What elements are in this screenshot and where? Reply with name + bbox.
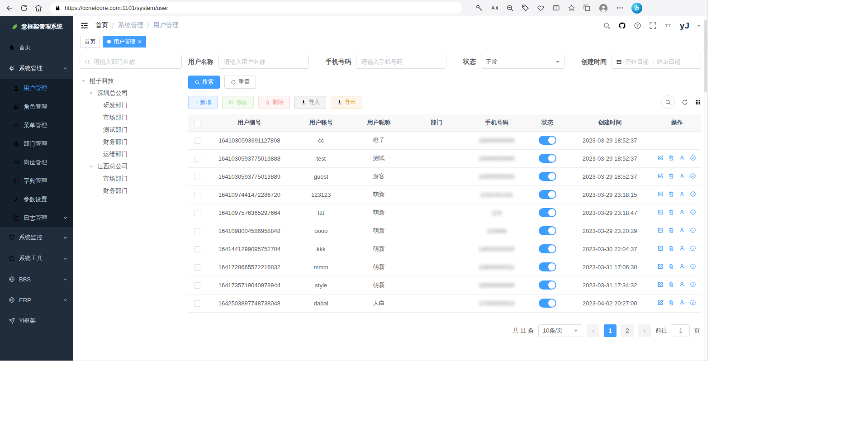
row-reset-password-icon[interactable] xyxy=(679,191,685,197)
row-reset-password-icon[interactable] xyxy=(679,209,685,215)
row-assign-role-icon[interactable] xyxy=(690,191,696,197)
page-button-2[interactable]: 2 xyxy=(621,324,634,337)
row-reset-password-icon[interactable] xyxy=(679,155,685,161)
row-checkbox[interactable] xyxy=(194,156,200,162)
row-edit-icon[interactable] xyxy=(657,191,664,197)
back-icon[interactable] xyxy=(5,4,14,12)
page-size-select[interactable]: 10条/页 xyxy=(538,324,582,337)
favorites-icon[interactable] xyxy=(568,4,575,12)
toggle-search-button[interactable] xyxy=(661,95,675,109)
prev-page-button[interactable]: ‹ xyxy=(587,324,599,337)
column-grid-icon[interactable] xyxy=(695,99,701,105)
fullscreen-icon[interactable] xyxy=(649,22,657,29)
row-assign-role-icon[interactable] xyxy=(690,173,696,179)
url-text[interactable]: https://ccnetcore.com:1101/system/user xyxy=(65,5,168,11)
row-delete-icon[interactable] xyxy=(668,245,674,252)
export-button[interactable]: 导出 xyxy=(331,96,362,109)
sidebar-item-user-management[interactable]: 用户管理 xyxy=(0,79,73,97)
github-icon[interactable] xyxy=(618,22,626,29)
page-button-1[interactable]: 1 xyxy=(604,324,617,337)
bing-icon[interactable]: b xyxy=(631,3,642,14)
sidebar-item-yi-framework[interactable]: Yi框架 xyxy=(0,310,73,331)
row-delete-icon[interactable] xyxy=(668,191,674,197)
sidebar-item-erp[interactable]: ERP xyxy=(0,290,73,310)
row-edit-icon[interactable] xyxy=(657,209,664,215)
sidebar-item-system-tools[interactable]: 系统工具 xyxy=(0,248,73,269)
sidebar-item-system-monitor[interactable]: 系统监控 xyxy=(0,227,73,248)
row-assign-role-icon[interactable] xyxy=(690,281,696,288)
caret-icon[interactable]: ▾ xyxy=(90,164,95,169)
address-bar[interactable]: https://ccnetcore.com:1101/system/user xyxy=(49,2,463,14)
row-delete-icon[interactable] xyxy=(668,209,674,215)
caret-icon[interactable]: ▾ xyxy=(90,90,95,95)
select-all-checkbox[interactable] xyxy=(194,120,200,126)
refresh-table-icon[interactable] xyxy=(682,99,688,105)
read-aloud-icon[interactable] xyxy=(491,4,498,12)
status-toggle[interactable] xyxy=(539,226,556,235)
tree-node[interactable]: 研发部门 xyxy=(80,99,182,111)
username-input[interactable] xyxy=(218,55,309,69)
tree-node[interactable]: ▾橙子科技 xyxy=(80,75,182,87)
status-toggle[interactable] xyxy=(539,262,556,271)
date-range-picker[interactable]: 开始日期 - 结束日期 xyxy=(612,55,701,69)
scrollbar-thumb[interactable] xyxy=(704,20,707,92)
row-reset-password-icon[interactable] xyxy=(679,281,685,288)
dept-search-input[interactable] xyxy=(94,58,177,65)
row-checkbox[interactable] xyxy=(194,300,200,307)
collections-icon[interactable] xyxy=(583,4,591,12)
sidebar-item-role-management[interactable]: 角色管理 xyxy=(0,97,73,116)
sidebar-item-home[interactable]: 首页 xyxy=(0,37,73,58)
row-reset-password-icon[interactable] xyxy=(679,173,685,179)
reload-icon[interactable] xyxy=(20,4,28,12)
row-edit-icon[interactable] xyxy=(657,299,664,306)
font-size-icon[interactable] xyxy=(664,22,672,29)
status-toggle[interactable] xyxy=(539,244,556,253)
zoom-out-icon[interactable] xyxy=(506,4,514,12)
date-start-placeholder[interactable]: 开始日期 xyxy=(625,58,649,66)
row-checkbox[interactable] xyxy=(194,192,200,198)
row-edit-icon[interactable] xyxy=(657,245,664,252)
sidebar-item-post-management[interactable]: 岗位管理 xyxy=(0,153,73,171)
edit-button[interactable]: 修改 xyxy=(222,96,254,109)
caret-down-icon[interactable] xyxy=(697,25,701,29)
row-delete-icon[interactable] xyxy=(668,155,674,161)
sidebar-item-bbs[interactable]: BBS xyxy=(0,269,73,290)
shopping-icon[interactable] xyxy=(522,4,529,12)
row-assign-role-icon[interactable] xyxy=(690,155,696,161)
browser-home-icon[interactable] xyxy=(34,4,43,12)
status-toggle[interactable] xyxy=(539,190,556,199)
add-button[interactable]: + 新增 xyxy=(188,96,218,109)
sidebar-item-menu-management[interactable]: 菜单管理 xyxy=(0,116,73,134)
breadcrumb-home[interactable]: 首页 xyxy=(95,21,108,29)
tree-node[interactable]: 测试部门 xyxy=(80,124,182,136)
sidebar-fold-icon[interactable] xyxy=(80,21,89,30)
sidebar-item-dept-management[interactable]: 部门管理 xyxy=(0,134,73,153)
row-delete-icon[interactable] xyxy=(668,263,674,270)
import-button[interactable]: 导入 xyxy=(294,96,326,109)
password-key-icon[interactable] xyxy=(475,4,483,12)
row-checkbox[interactable] xyxy=(194,264,200,271)
sidebar-item-dict-management[interactable]: 字典管理 xyxy=(0,171,73,190)
tree-node[interactable]: ▾深圳总公司 xyxy=(80,87,182,99)
row-reset-password-icon[interactable] xyxy=(679,263,685,270)
date-end-placeholder[interactable]: 结束日期 xyxy=(657,58,680,66)
row-assign-role-icon[interactable] xyxy=(690,209,696,215)
row-checkbox[interactable] xyxy=(194,138,200,144)
row-delete-icon[interactable] xyxy=(668,173,674,179)
tree-node[interactable]: 财务部门 xyxy=(80,136,182,148)
search-button[interactable]: 搜索 xyxy=(188,76,220,89)
close-icon[interactable]: × xyxy=(138,38,142,45)
row-assign-role-icon[interactable] xyxy=(690,263,696,270)
delete-button[interactable]: 删除 xyxy=(258,96,290,109)
next-page-button[interactable]: › xyxy=(638,324,651,337)
row-assign-role-icon[interactable] xyxy=(690,299,696,306)
row-edit-icon[interactable] xyxy=(657,263,664,270)
tree-node[interactable]: 财务部门 xyxy=(80,185,182,197)
header-search-icon[interactable] xyxy=(603,22,611,29)
row-edit-icon[interactable] xyxy=(657,281,664,288)
status-toggle[interactable] xyxy=(539,208,556,217)
tree-node[interactable]: 市场部门 xyxy=(80,172,182,185)
breadcrumb-system[interactable]: 系统管理 xyxy=(118,21,143,29)
caret-icon[interactable]: ▾ xyxy=(82,78,87,83)
row-reset-password-icon[interactable] xyxy=(679,245,685,252)
